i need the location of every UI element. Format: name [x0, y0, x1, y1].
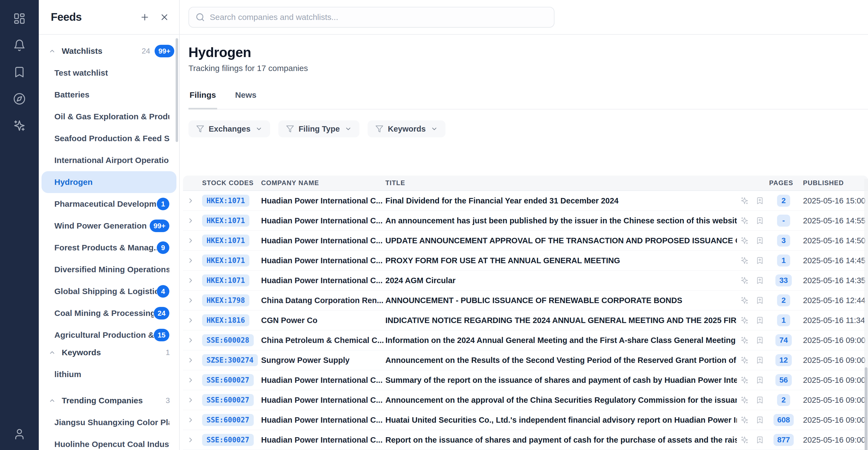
bookmark-plus-icon[interactable] [756, 396, 764, 404]
bookmark-icon[interactable] [12, 64, 27, 80]
table-row[interactable]: SSE:600027 Huadian Power International C… [183, 430, 868, 450]
bookmark-plus-icon[interactable] [756, 236, 764, 245]
sparkles-icon[interactable] [12, 118, 27, 133]
watchlist-item[interactable]: Diversified Mining Operations [41, 259, 177, 281]
table-row[interactable]: SSE:600027 Huadian Power International C… [183, 370, 868, 390]
page-title: Hydrogen [188, 44, 868, 60]
dashboard-icon[interactable] [12, 11, 27, 26]
bell-icon[interactable] [12, 38, 27, 53]
bookmark-plus-icon[interactable] [756, 296, 764, 304]
chevron-right-icon[interactable] [187, 197, 194, 204]
close-panel-button[interactable] [159, 12, 169, 22]
bookmark-plus-icon[interactable] [756, 256, 764, 265]
bookmark-plus-icon[interactable] [756, 217, 764, 225]
table-row[interactable]: HKEX:1071 Huadian Power International C.… [183, 270, 868, 291]
ai-summary-sparkles-icon[interactable] [740, 197, 749, 205]
add-feed-button[interactable] [140, 12, 150, 22]
tab[interactable]: Filings [188, 90, 217, 109]
table-row[interactable]: HKEX:1071 Huadian Power International C.… [183, 231, 868, 251]
watchlist-item[interactable]: Seafood Production & Feed Su... [41, 128, 177, 149]
ai-summary-sparkles-icon[interactable] [740, 256, 749, 265]
keyword-item[interactable]: lithium [41, 363, 177, 385]
chevron-right-icon[interactable] [187, 396, 194, 404]
stock-code-cell: HKEX:1816 [198, 314, 261, 326]
table-scrollbar-thumb[interactable] [865, 367, 867, 450]
ai-summary-sparkles-icon[interactable] [740, 396, 749, 404]
ai-summary-sparkles-icon[interactable] [740, 316, 749, 324]
bookmark-plus-icon[interactable] [756, 276, 764, 285]
watchlist-item-badge: 1 [157, 198, 169, 210]
watchlist-item[interactable]: Pharmaceutical Developm... 1 [41, 193, 177, 215]
chevron-right-icon[interactable] [187, 257, 194, 264]
chevron-right-icon[interactable] [187, 376, 194, 384]
table-row[interactable]: HKEX:1071 Huadian Power International C.… [183, 191, 868, 211]
table-row[interactable]: HKEX:1071 Huadian Power International C.… [183, 251, 868, 270]
ai-summary-sparkles-icon[interactable] [740, 217, 749, 225]
search-bar[interactable] [188, 7, 554, 28]
chevron-right-icon[interactable] [187, 217, 194, 224]
filter-button[interactable]: Exchanges [188, 121, 270, 137]
filter-button[interactable]: Keywords [368, 121, 445, 137]
watchlist-item[interactable]: Coal Mining & Processing 24 [41, 302, 177, 324]
ai-summary-sparkles-icon[interactable] [740, 436, 749, 444]
chevron-right-icon[interactable] [187, 356, 194, 364]
tab[interactable]: News [234, 90, 257, 109]
table-header: STOCK CODES COMPANY NAME TITLE PAGES PUB… [183, 175, 868, 191]
chevron-right-icon[interactable] [187, 436, 194, 444]
watchlist-item[interactable]: Batteries [41, 84, 177, 106]
pages-badge: 12 [775, 354, 792, 366]
keywords-section-header[interactable]: Keywords 1 [39, 342, 179, 363]
chevron-right-icon[interactable] [187, 296, 194, 304]
watchlist-item[interactable]: Test watchlist [41, 62, 177, 84]
watchlists-section-header[interactable]: Watchlists 24 99+ [39, 40, 179, 62]
table-row[interactable]: HKEX:1816 CGN Power Co INDICATIVE NOTICE… [183, 311, 868, 330]
chevron-right-icon[interactable] [187, 237, 194, 245]
bookmark-plus-icon[interactable] [756, 376, 764, 384]
ai-summary-sparkles-icon[interactable] [740, 236, 749, 245]
bookmark-plus-icon[interactable] [756, 336, 764, 344]
table-row[interactable]: SSE:600027 Huadian Power International C… [183, 410, 868, 430]
table-row[interactable]: SSE:600027 Huadian Power International C… [183, 390, 868, 410]
trending-section-header[interactable]: Trending Companies 3 [39, 390, 179, 412]
table-row[interactable]: SZSE:300274 Sungrow Power Supply Announc… [183, 350, 868, 370]
bookmark-plus-icon[interactable] [756, 416, 764, 424]
ai-summary-sparkles-icon[interactable] [740, 376, 749, 384]
watchlist-item[interactable]: Hydrogen [41, 171, 177, 193]
watchlist-item[interactable]: Wind Power Generation 99+ [41, 215, 177, 237]
column-header-company-name: COMPANY NAME [261, 179, 385, 187]
watchlist-item[interactable]: Forest Products & Manag... 9 [41, 237, 177, 259]
table-row[interactable]: HKEX:1798 China Datang Corporation Ren..… [183, 291, 868, 311]
ai-summary-sparkles-icon[interactable] [740, 356, 749, 364]
chevron-right-icon[interactable] [187, 277, 194, 284]
feeds-panel-scrollbar[interactable] [176, 38, 178, 142]
bookmark-plus-icon[interactable] [756, 436, 764, 444]
search-input[interactable] [210, 12, 547, 22]
ai-summary-sparkles-icon[interactable] [740, 416, 749, 424]
ai-summary-sparkles-icon[interactable] [740, 336, 749, 344]
bookmark-plus-icon[interactable] [756, 197, 764, 205]
bookmark-plus-icon[interactable] [756, 316, 764, 324]
watchlist-item[interactable]: Agricultural Production & 15 [41, 324, 177, 342]
funnel-icon [196, 125, 204, 133]
ai-summary-sparkles-icon[interactable] [740, 276, 749, 285]
pages-cell: 1 [768, 255, 800, 266]
chevron-right-icon[interactable] [187, 317, 194, 324]
chevron-right-icon[interactable] [187, 416, 194, 424]
trending-item[interactable]: Jiangsu Shuangxing Color Plas... [41, 412, 177, 433]
table-row[interactable]: SSE:600028 China Petroleum & Chemical C.… [183, 330, 868, 350]
filter-button[interactable]: Filing Type [278, 121, 360, 137]
stock-code-badge: HKEX:1798 [202, 294, 249, 307]
watchlist-item[interactable]: Oil & Gas Exploration & Produ... [41, 106, 177, 128]
table-scrollbar-track[interactable] [864, 179, 868, 450]
user-icon[interactable] [12, 426, 27, 442]
pages-cell: 2 [768, 294, 800, 307]
bookmark-plus-icon[interactable] [756, 356, 764, 364]
watchlist-item[interactable]: Global Shipping & Logistics 4 [41, 281, 177, 302]
chevron-right-icon[interactable] [187, 336, 194, 344]
table-row[interactable]: HKEX:1071 Huadian Power International C.… [183, 211, 868, 231]
trending-item[interactable]: Huolinhe Opencut Coal Indust... [41, 433, 177, 450]
watchlist-item[interactable]: International Airport Operations [41, 149, 177, 171]
filing-title-cell: UPDATE ANNOUNCEMENT APPROVAL OF THE TRAN… [385, 236, 737, 245]
ai-summary-sparkles-icon[interactable] [740, 296, 749, 304]
compass-icon[interactable] [12, 91, 27, 106]
